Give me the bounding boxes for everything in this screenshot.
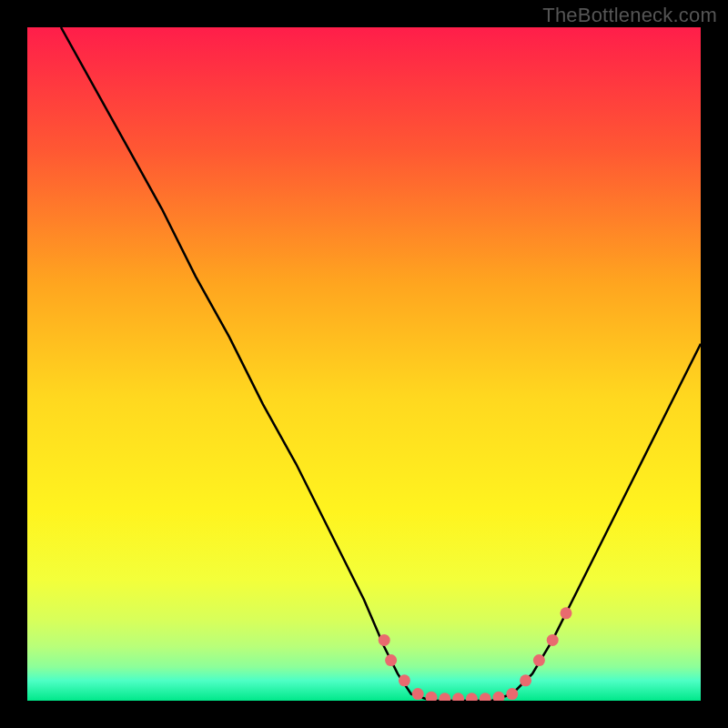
plot-area <box>27 27 701 701</box>
chart-container: TheBottleneck.com <box>0 0 728 728</box>
data-marker <box>399 674 410 686</box>
data-marker <box>506 688 518 700</box>
data-marker <box>561 607 572 619</box>
data-marker <box>412 688 424 700</box>
data-marker <box>547 634 559 646</box>
data-marker <box>385 654 397 666</box>
data-marker <box>520 674 531 686</box>
data-marker <box>533 654 545 666</box>
watermark-text: TheBottleneck.com <box>542 4 717 27</box>
chart-svg <box>27 27 701 701</box>
data-marker <box>379 634 390 646</box>
